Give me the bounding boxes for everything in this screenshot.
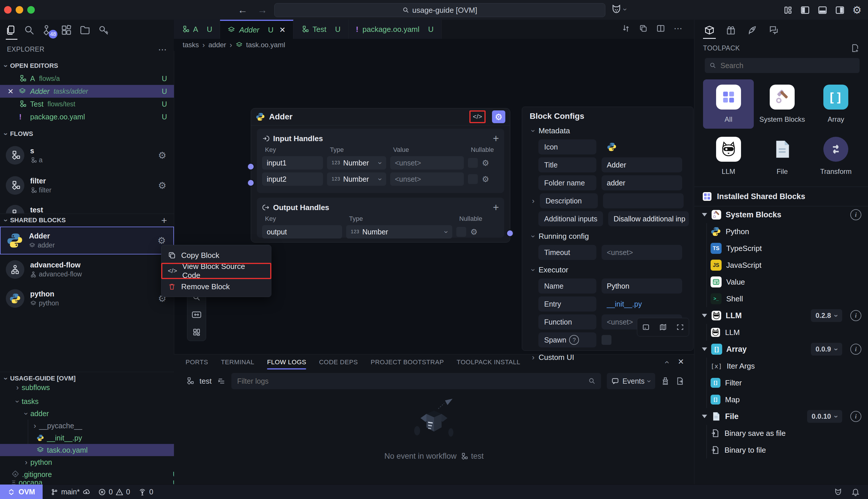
tab-flow-logs[interactable]: FLOW LOGS xyxy=(267,354,306,370)
gear-icon[interactable]: ⚙ xyxy=(158,150,166,161)
tab-a[interactable]: AU xyxy=(174,20,220,39)
minimap-icon[interactable] xyxy=(659,323,667,331)
menu-item-remove-block[interactable]: Remove Block xyxy=(161,279,271,294)
block-typescript[interactable]: TSTypeScript xyxy=(694,240,868,257)
tree-item-gitignore[interactable]: .gitignoreU xyxy=(0,468,185,480)
gear-icon[interactable]: ⚙ xyxy=(470,227,478,237)
filter-logs-field[interactable] xyxy=(231,373,601,389)
toolpack-search-input[interactable] xyxy=(720,61,855,70)
open-editor-test[interactable]: Test flows/test U xyxy=(0,98,174,110)
tree-item-oocana[interactable]: Ξ oocanaU xyxy=(0,480,185,485)
executor-section[interactable]: ›Executor xyxy=(522,264,693,276)
category-llm[interactable]: LLM xyxy=(703,132,754,181)
output-handle-dot[interactable] xyxy=(506,230,514,237)
adder-node[interactable]: Adder </> ⚙ Input Handles + Key Type Val… xyxy=(251,108,510,243)
export-logs-icon[interactable] xyxy=(675,377,684,386)
tab-toolpack-install[interactable]: TOOLPACK INSTALL xyxy=(457,354,520,370)
block-javascript[interactable]: JSJavaScript xyxy=(694,257,868,273)
customize-layout-icon[interactable] xyxy=(783,5,793,15)
category-system-blocks[interactable]: System Blocks xyxy=(757,80,807,129)
clear-logs-icon[interactable] xyxy=(661,377,670,386)
block-iter-args[interactable]: [x] Iter Args xyxy=(694,357,868,374)
folder-icon[interactable] xyxy=(80,25,91,36)
additional-inputs-value[interactable]: Disallow additional inp xyxy=(608,211,689,226)
info-icon[interactable]: i xyxy=(850,344,861,355)
block-filter[interactable]: [ ] Filter xyxy=(694,374,868,391)
fit-width-icon[interactable] xyxy=(192,311,202,319)
flow-item-s[interactable]: s a ⚙ xyxy=(0,142,174,169)
tab-terminal[interactable]: TERMINAL xyxy=(221,354,254,370)
description-value[interactable] xyxy=(603,193,684,208)
chat-tab-icon[interactable] xyxy=(769,25,779,35)
nullable-checkbox[interactable] xyxy=(468,174,478,184)
tree-item-adder[interactable]: ›adder xyxy=(0,407,199,419)
key-icon[interactable] xyxy=(98,25,109,36)
tab-package[interactable]: ! package.oo.yamlU xyxy=(349,20,442,39)
cat-icon[interactable] xyxy=(834,488,843,496)
auto-layout-icon[interactable] xyxy=(192,328,201,337)
breadcrumb[interactable]: tasks› adder› task.oo.yaml xyxy=(174,39,694,51)
spawn-checkbox[interactable] xyxy=(602,335,612,345)
shared-block-python[interactable]: python python ⚙ xyxy=(0,284,174,312)
block-python[interactable]: Python xyxy=(694,223,868,240)
version-select[interactable]: 0.2.8› xyxy=(811,309,842,322)
block-shell[interactable]: >_ Shell xyxy=(694,290,868,307)
block-value[interactable]: Value xyxy=(694,273,868,290)
tab-adder[interactable]: AdderU ✕ xyxy=(220,20,293,39)
events-dropdown[interactable]: Events › xyxy=(607,373,655,389)
remote-indicator[interactable]: OVM xyxy=(0,485,43,499)
flow-item-filter[interactable]: filter filter ⚙ xyxy=(0,172,174,199)
menu-item-copy-block[interactable]: Copy Block xyxy=(161,247,271,263)
tab-project-bootstrap[interactable]: PROJECT BOOTSTRAP xyxy=(371,354,444,370)
toggle-left-sidebar-icon[interactable] xyxy=(800,5,810,15)
block-binary-to-file[interactable]: Binary to file xyxy=(694,442,868,459)
input-handle-dot[interactable] xyxy=(247,179,255,187)
filter-logs-input[interactable] xyxy=(237,377,588,386)
version-select[interactable]: 0.0.10› xyxy=(807,410,842,423)
block-llm[interactable]: LLM xyxy=(694,324,868,341)
command-center-search[interactable]: usage-guide [OVM] xyxy=(274,3,605,17)
menu-item-view-block-source-code[interactable]: </> View Block Source Code xyxy=(161,263,271,279)
value-field[interactable]: <unset> xyxy=(390,156,464,170)
info-icon[interactable]: i xyxy=(850,310,861,321)
running-config-section[interactable]: ›Running config xyxy=(522,230,693,242)
category-transform[interactable]: Transform xyxy=(811,132,861,181)
gear-icon[interactable]: ⚙ xyxy=(157,235,166,246)
close-icon[interactable]: ✕ xyxy=(279,25,286,35)
toggle-right-sidebar-icon[interactable] xyxy=(835,5,845,15)
close-icon[interactable]: ✕ xyxy=(8,87,14,96)
key-field[interactable]: output xyxy=(262,225,342,239)
tab-code-deps[interactable]: CODE DEPS xyxy=(319,354,358,370)
nullable-checkbox[interactable] xyxy=(468,158,478,168)
entry-link[interactable]: __init__.py xyxy=(602,296,682,312)
new-toolpack-icon[interactable] xyxy=(850,44,859,53)
tree-item-python[interactable]: ›python xyxy=(0,456,199,468)
extensions-icon[interactable] xyxy=(61,25,72,36)
traffic-zoom-button[interactable] xyxy=(27,6,35,14)
compare-changes-icon[interactable] xyxy=(622,24,630,33)
tab-ports[interactable]: PORTS xyxy=(185,354,208,370)
info-icon[interactable]: i xyxy=(850,209,861,220)
tree-item-subflows[interactable]: ›subflows xyxy=(0,383,190,392)
key-field[interactable]: input2 xyxy=(262,172,323,186)
info-icon[interactable]: i xyxy=(850,411,861,422)
icon-value[interactable] xyxy=(602,139,682,155)
open-editor-package[interactable]: ! package.oo.yaml U xyxy=(0,110,174,123)
nav-forward-icon[interactable]: → xyxy=(257,4,267,16)
nav-back-icon[interactable]: ← xyxy=(238,4,248,16)
assistant-menu[interactable]: › xyxy=(611,3,627,15)
version-select[interactable]: 0.0.9› xyxy=(811,343,842,355)
toggle-bottom-panel-icon[interactable] xyxy=(818,5,828,15)
value-field[interactable]: <unset> xyxy=(390,172,464,186)
copy-icon[interactable] xyxy=(639,24,648,33)
panel-icon[interactable] xyxy=(642,323,650,331)
more-actions-icon[interactable]: ⋯ xyxy=(158,44,167,54)
log-level-icon[interactable] xyxy=(217,377,226,385)
shared-blocks-header[interactable]: ›SHARED BLOCKS + xyxy=(0,214,174,227)
settings-gear-icon[interactable]: ⚙ xyxy=(852,4,861,16)
explorer-icon[interactable] xyxy=(5,25,16,36)
category-array[interactable]: [ ] Array xyxy=(811,80,861,129)
group-system-blocks[interactable]: System Blocks i xyxy=(694,206,868,223)
gear-icon[interactable]: ⚙ xyxy=(482,174,489,184)
rocket-tab-icon[interactable] xyxy=(747,25,758,35)
